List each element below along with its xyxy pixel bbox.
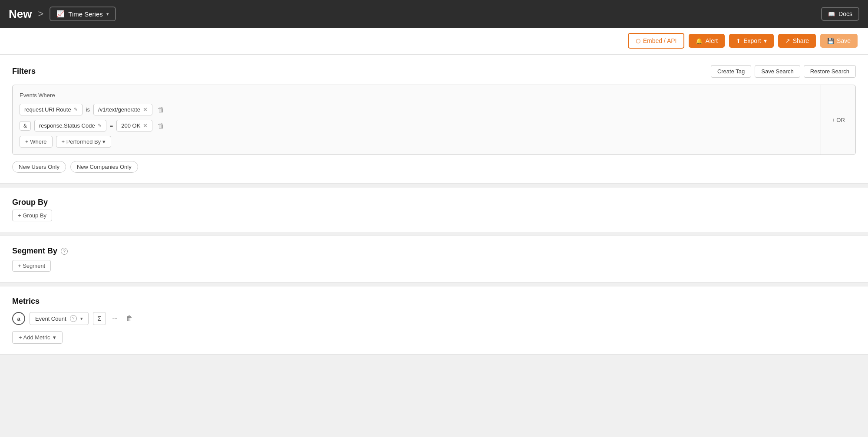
export-button[interactable]: Export ▾ — [729, 34, 773, 48]
delete-metric-button[interactable]: 🗑 — [124, 313, 135, 324]
add-group-by-label: + Group By — [18, 212, 46, 219]
filter-box: Events Where request.URI Route ✎ is /v1/… — [12, 85, 856, 155]
edit-icon-2[interactable]: ✎ — [98, 123, 102, 128]
bell-icon — [696, 37, 703, 44]
or-label: + OR — [832, 117, 845, 123]
action-bar: Embed / API Alert Export ▾ Share Save — [0, 28, 868, 54]
metric-letter-badge: a — [12, 312, 25, 325]
save-label: Save — [837, 37, 851, 44]
filter1-property-text: request.URI Route — [24, 106, 71, 113]
filter2-property-chip[interactable]: response.Status Code ✎ — [34, 120, 106, 131]
segment-by-section: Segment By ? + Segment — [0, 236, 868, 283]
chart-type-label: Time Series — [68, 10, 102, 18]
metric-more-button[interactable]: ··· — [110, 313, 119, 324]
group-by-title: Group By — [12, 198, 48, 207]
segment-by-title: Segment By — [12, 246, 57, 256]
segment-by-inner: + Segment — [12, 260, 856, 272]
add-metric-label: + Add Metric — [19, 334, 50, 341]
alert-button[interactable]: Alert — [689, 34, 725, 48]
event-count-help-icon[interactable]: ? — [70, 315, 77, 322]
chart-icon — [56, 10, 65, 18]
filters-actions: Create Tag Save Search Restore Search — [711, 65, 856, 78]
filter2-operator: = — [110, 122, 113, 129]
add-performed-by-label: + Performed By — [62, 138, 101, 145]
embed-icon — [636, 37, 640, 44]
save-button[interactable]: Save — [820, 34, 858, 48]
group-by-section: Group By + Group By — [0, 187, 868, 232]
filter-row-2: & response.Status Code ✎ = 200 OK ✕ 🗑 — [20, 120, 814, 131]
and-badge: & — [20, 121, 31, 131]
share-button[interactable]: Share — [778, 34, 816, 48]
docs-icon — [828, 10, 835, 17]
export-icon — [736, 37, 741, 44]
page-title: New — [9, 7, 32, 21]
breadcrumb-separator: > — [38, 8, 43, 20]
add-where-label: + Where — [25, 138, 47, 145]
delete-filter1-button[interactable]: 🗑 — [156, 104, 166, 115]
remove-filter1-value-icon[interactable]: ✕ — [143, 106, 148, 113]
filter1-value-text: /v1/text/generate — [98, 106, 140, 113]
add-metric-chevron-icon: ▾ — [53, 334, 56, 341]
events-where-label: Events Where — [20, 92, 814, 99]
docs-button[interactable]: Docs — [821, 7, 859, 21]
metrics-title: Metrics — [12, 297, 40, 306]
create-tag-button[interactable]: Create Tag — [711, 65, 751, 78]
metric-row-a: a Event Count ? ▾ ··· 🗑 — [12, 312, 856, 325]
main-content: Filters Create Tag Save Search Restore S… — [0, 54, 868, 355]
segment-by-help-icon[interactable]: ? — [61, 248, 68, 255]
add-segment-label: + Segment — [18, 263, 45, 269]
alert-label: Alert — [705, 37, 718, 44]
filter-row-1: request.URI Route ✎ is /v1/text/generate… — [20, 104, 814, 115]
chevron-down-icon: ▾ — [106, 11, 109, 17]
sigma-icon — [98, 315, 102, 322]
filter1-property-chip[interactable]: request.URI Route ✎ — [20, 104, 83, 115]
add-performed-by-button[interactable]: + Performed By ▾ — [56, 136, 112, 148]
or-button[interactable]: + OR — [821, 85, 855, 154]
new-users-only-button[interactable]: New Users Only — [12, 161, 66, 173]
filter-box-main: Events Where request.URI Route ✎ is /v1/… — [13, 85, 821, 154]
performed-by-chevron-icon: ▾ — [102, 138, 106, 145]
add-group-by-button[interactable]: + Group By — [12, 210, 52, 221]
add-metric-button[interactable]: + Add Metric ▾ — [12, 331, 63, 344]
restore-search-button[interactable]: Restore Search — [804, 65, 856, 78]
embed-api-button[interactable]: Embed / API — [628, 33, 685, 49]
metric-chevron-icon: ▾ — [80, 316, 83, 322]
filter2-value-chip[interactable]: 200 OK ✕ — [116, 120, 152, 131]
add-filter-row: + Where + Performed By ▾ — [20, 136, 814, 148]
delete-filter2-button[interactable]: 🗑 — [156, 120, 166, 131]
filter2-property-text: response.Status Code — [39, 122, 95, 129]
filters-title: Filters — [12, 67, 36, 76]
add-segment-button[interactable]: + Segment — [12, 260, 51, 272]
filter1-operator: is — [86, 106, 90, 113]
top-bar: New > Time Series ▾ Docs — [0, 0, 868, 28]
metric-sigma-button[interactable] — [93, 312, 106, 325]
share-label: Share — [793, 37, 809, 44]
group-by-inner: + Group By — [12, 210, 856, 221]
metric-event-count-chip[interactable]: Event Count ? ▾ — [30, 312, 89, 325]
event-count-label: Event Count — [35, 315, 66, 322]
filter-toggles: New Users Only New Companies Only — [12, 161, 856, 173]
remove-filter2-value-icon[interactable]: ✕ — [143, 122, 148, 129]
share-icon — [785, 37, 790, 44]
edit-icon[interactable]: ✎ — [74, 107, 78, 112]
filters-section: Filters Create Tag Save Search Restore S… — [0, 54, 868, 184]
docs-label: Docs — [838, 10, 852, 17]
new-companies-only-button[interactable]: New Companies Only — [70, 161, 138, 173]
add-where-button[interactable]: + Where — [20, 136, 53, 148]
chart-type-button[interactable]: Time Series ▾ — [50, 7, 116, 21]
filter1-value-chip[interactable]: /v1/text/generate ✕ — [93, 104, 152, 115]
metrics-section: Metrics a Event Count ? ▾ ··· 🗑 + Add Me… — [0, 286, 868, 355]
export-chevron-icon: ▾ — [764, 37, 767, 44]
top-bar-left: New > Time Series ▾ — [9, 7, 116, 21]
filter2-value-text: 200 OK — [121, 122, 140, 129]
embed-api-label: Embed / API — [643, 37, 677, 44]
export-label: Export — [743, 37, 761, 44]
filters-header: Filters Create Tag Save Search Restore S… — [12, 65, 856, 78]
save-search-button[interactable]: Save Search — [755, 65, 800, 78]
save-icon — [827, 37, 834, 44]
